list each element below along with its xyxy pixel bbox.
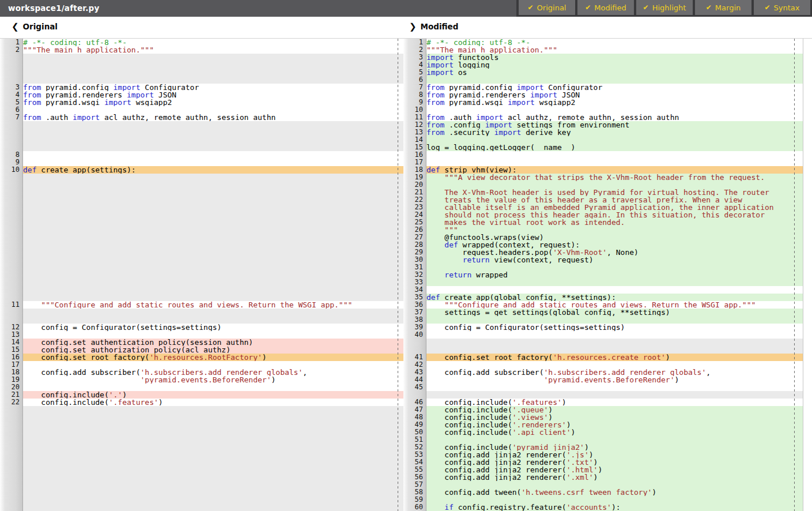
filler-row	[23, 69, 403, 76]
column-margin-line	[398, 39, 398, 511]
diff-area: 12345678910111213141516171819202122 # -*…	[0, 39, 812, 511]
check-icon: ✔	[585, 3, 591, 12]
filler-row	[23, 489, 403, 496]
toolbar-button-tray: ✔Original✔Modified✔Highlight✔Margin✔Synt…	[516, 0, 812, 17]
check-icon: ✔	[528, 3, 534, 12]
code-row	[426, 151, 803, 159]
code-row: log = logging.getLogger(__name__)	[426, 144, 803, 151]
line-number	[0, 204, 22, 211]
code-row: config.set_root_factory('h.resources.cre…	[426, 354, 803, 361]
filler-row	[23, 219, 403, 226]
chevron-left-icon: ❮	[12, 21, 19, 32]
code-row: """A view decorator that strips the X-Vh…	[426, 174, 803, 181]
code-row	[426, 159, 803, 166]
button-label: Highlight	[652, 3, 686, 12]
code-row: from .security import derive_key	[426, 129, 803, 136]
pane-headers: ❮Original ❯Modified	[0, 17, 812, 39]
line-number	[0, 429, 22, 436]
line-number: 45	[403, 384, 426, 391]
check-icon: ✔	[706, 3, 712, 12]
line-number	[0, 286, 22, 294]
code-row: config.include('.queue')	[426, 406, 803, 414]
filler-row	[23, 129, 403, 136]
line-number	[0, 219, 22, 226]
column-margin-line	[794, 39, 795, 511]
filler-row	[23, 429, 403, 436]
line-number	[0, 496, 22, 504]
line-number	[0, 211, 22, 219]
code-row: 'pyramid.events.BeforeRender')	[23, 376, 403, 384]
filler-row	[23, 241, 403, 249]
modified-code-area[interactable]: # -*- coding: utf-8 -*-"""The main h app…	[426, 39, 803, 511]
code-row: return wrapped	[426, 271, 803, 279]
filler-row	[23, 294, 403, 301]
code-row: def strip_vhm(view):	[426, 166, 803, 174]
filler-row	[23, 286, 403, 294]
line-number: 11	[0, 301, 22, 309]
code-row: """The main h application."""	[426, 46, 803, 54]
line-number	[0, 459, 22, 466]
code-row	[426, 384, 803, 391]
toggle-highlight-button[interactable]: ✔Highlight	[636, 0, 693, 15]
line-number	[0, 279, 22, 286]
filler-row	[23, 256, 403, 264]
toggle-margin-button[interactable]: ✔Margin	[695, 0, 751, 15]
code-row: import functools	[426, 54, 803, 61]
original-pane[interactable]: 12345678910111213141516171819202122 # -*…	[0, 39, 403, 511]
filler-row	[23, 279, 403, 286]
line-number	[0, 249, 22, 256]
code-row: from .auth import acl_authz, remote_auth…	[23, 114, 403, 121]
modified-pane[interactable]: 1234567891011121314151617181920212223242…	[403, 39, 812, 511]
filler-row	[23, 436, 403, 444]
line-number	[0, 121, 22, 129]
line-number	[0, 414, 22, 421]
line-number	[0, 489, 22, 496]
filler-row	[23, 466, 403, 474]
line-number: 7	[0, 114, 22, 121]
filler-row	[426, 391, 803, 399]
filler-row	[23, 54, 403, 61]
line-number	[0, 421, 22, 429]
filler-row	[23, 406, 403, 414]
line-number	[0, 226, 22, 234]
filler-row	[23, 309, 403, 316]
button-label: Margin	[715, 3, 741, 12]
line-number	[0, 174, 22, 181]
line-number	[0, 451, 22, 459]
code-row: config.include('.')	[23, 391, 403, 399]
line-number	[0, 406, 22, 414]
line-number	[0, 264, 22, 271]
code-row: treats the value of this header as a tra…	[426, 196, 803, 204]
modified-pane-header: ❯Modified	[409, 21, 458, 32]
code-row	[426, 279, 803, 286]
toggle-syntax-button[interactable]: ✔Syntax	[754, 0, 810, 15]
code-row	[23, 151, 403, 159]
code-row: config.add_subscriber('h.subscribers.add…	[426, 369, 803, 376]
check-icon: ✔	[764, 3, 770, 12]
code-row: from .config import settings_from_enviro…	[426, 121, 803, 129]
line-number: 2	[0, 46, 22, 54]
original-pane-label: Original	[23, 22, 58, 31]
code-row: if config.registry.feature('accounts'):	[426, 504, 803, 511]
filler-row	[23, 249, 403, 256]
code-row: 'pyramid.events.BeforeRender')	[426, 376, 803, 384]
filler-row	[23, 316, 403, 324]
filler-row	[23, 226, 403, 234]
filler-row	[23, 204, 403, 211]
line-number	[0, 271, 22, 279]
toggle-original-button[interactable]: ✔Original	[519, 0, 575, 15]
original-code-area[interactable]: # -*- coding: utf-8 -*-"""The main h app…	[23, 39, 403, 511]
line-number	[0, 256, 22, 264]
code-row	[426, 316, 803, 324]
toggle-modified-button[interactable]: ✔Modified	[577, 0, 634, 15]
code-row: config.include('.renderers')	[426, 421, 803, 429]
code-row	[426, 181, 803, 189]
code-row	[426, 361, 803, 369]
code-row: def create_app(global_config, **settings…	[426, 294, 803, 301]
line-number	[0, 196, 22, 204]
code-row: config.add_jinja2_renderer('.html')	[426, 466, 803, 474]
code-row: config.include('.features')	[23, 399, 403, 406]
code-row: @functools.wraps(view)	[426, 234, 803, 241]
line-number	[0, 181, 22, 189]
code-row: # -*- coding: utf-8 -*-	[426, 39, 803, 46]
